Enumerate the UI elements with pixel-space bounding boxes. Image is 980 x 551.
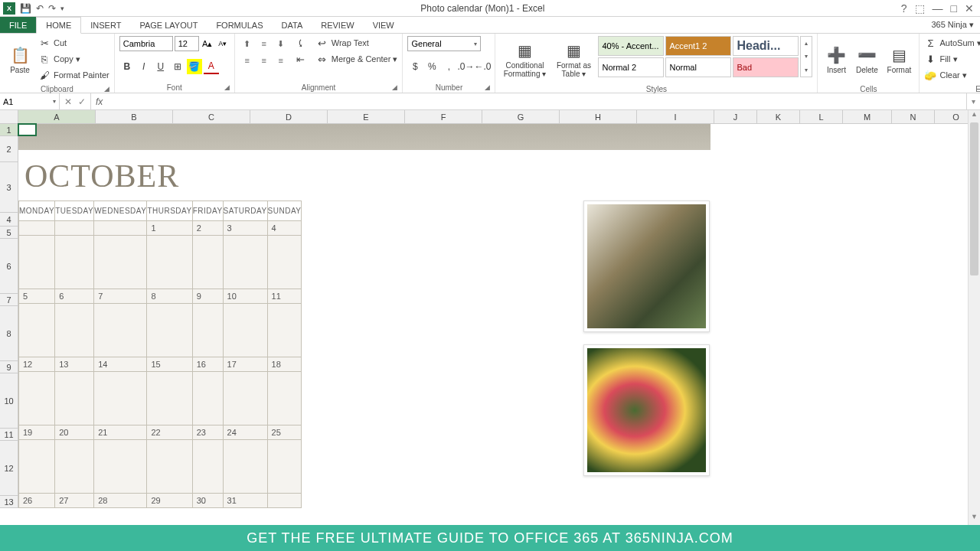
- calendar-date[interactable]: [94, 221, 147, 236]
- style-accent[interactable]: 40% - Accent...: [598, 36, 664, 56]
- photo-1[interactable]: [583, 201, 710, 332]
- calendar-cell[interactable]: [267, 440, 302, 494]
- inc-decimal-button[interactable]: .0→: [458, 59, 473, 74]
- copy-button[interactable]: ⎘Copy ▾: [38, 52, 109, 66]
- calendar-cell[interactable]: [223, 236, 267, 289]
- tab-insert[interactable]: INSERT: [81, 17, 130, 33]
- calendar-cell[interactable]: [147, 236, 192, 289]
- clipboard-launcher-icon[interactable]: ◢: [104, 85, 109, 93]
- calendar-cell[interactable]: [19, 304, 55, 357]
- calendar-date[interactable]: 28: [94, 494, 147, 508]
- alignment-launcher-icon[interactable]: ◢: [392, 83, 397, 91]
- calendar-date[interactable]: 29: [147, 494, 192, 508]
- calendar-date[interactable]: 11: [267, 289, 302, 304]
- calendar-date[interactable]: 26: [19, 494, 55, 508]
- calendar-date[interactable]: 13: [55, 357, 94, 372]
- cancel-formula-icon[interactable]: ✕: [64, 96, 72, 107]
- account-menu[interactable]: 365 Ninja ▾: [931, 17, 980, 33]
- calendar-cell[interactable]: [19, 236, 55, 289]
- style-normal[interactable]: Normal: [665, 57, 731, 77]
- align-left-icon[interactable]: ≡: [240, 53, 255, 68]
- calendar-date[interactable]: 20: [55, 425, 94, 440]
- dec-decimal-button[interactable]: ←.0: [475, 59, 490, 74]
- calendar-cell[interactable]: [19, 372, 55, 425]
- calendar-date[interactable]: [19, 221, 55, 236]
- fill-color-button[interactable]: 🪣: [187, 59, 202, 74]
- calendar-cell[interactable]: [94, 236, 147, 289]
- calendar-date[interactable]: 30: [192, 494, 223, 508]
- calendar-cell[interactable]: [55, 440, 94, 494]
- clear-button[interactable]: 🧽Clear ▾: [924, 68, 980, 82]
- calendar-date[interactable]: 3: [223, 221, 267, 236]
- font-size-input[interactable]: [175, 36, 199, 51]
- calendar-cell[interactable]: [55, 372, 94, 425]
- active-cell[interactable]: [18, 123, 37, 136]
- calendar-cell[interactable]: [223, 440, 267, 494]
- tab-file[interactable]: FILE: [0, 17, 36, 33]
- calendar-date[interactable]: 23: [192, 425, 223, 440]
- calendar-date[interactable]: 19: [19, 425, 55, 440]
- style-accent1-2[interactable]: Accent1 2: [665, 36, 731, 56]
- number-format-combo[interactable]: General▾: [407, 36, 481, 51]
- format-cells-button[interactable]: ▤Format: [884, 36, 914, 83]
- calendar-cell[interactable]: [55, 236, 94, 289]
- calendar-cell[interactable]: [147, 304, 192, 357]
- style-normal-2[interactable]: Normal 2: [598, 57, 664, 77]
- calendar-cell[interactable]: [267, 236, 302, 289]
- scroll-down-icon[interactable]: ▼: [969, 513, 980, 525]
- fill-button[interactable]: ⬇Fill ▾: [924, 52, 980, 66]
- align-middle-icon[interactable]: ≡: [256, 36, 272, 51]
- calendar-cell[interactable]: [192, 372, 223, 425]
- insert-cells-button[interactable]: ➕Insert: [822, 36, 850, 83]
- indent-dec-button[interactable]: ⇤: [295, 52, 307, 66]
- formula-input[interactable]: [107, 93, 966, 109]
- style-bad[interactable]: Bad: [733, 57, 799, 77]
- photo-placeholder-banner[interactable]: [18, 124, 710, 150]
- bold-button[interactable]: B: [119, 59, 135, 74]
- calendar-date[interactable]: 27: [55, 494, 94, 508]
- increase-font-icon[interactable]: A▴: [201, 36, 214, 51]
- calendar-date[interactable]: 12: [19, 357, 55, 372]
- decrease-font-icon[interactable]: A▾: [216, 36, 230, 51]
- calendar-date[interactable]: 5: [19, 289, 55, 304]
- border-button[interactable]: ⊞: [170, 59, 185, 74]
- ribbon-options-icon[interactable]: ⬚: [915, 2, 925, 15]
- calendar-date[interactable]: 15: [147, 357, 192, 372]
- calendar-date[interactable]: 16: [192, 357, 223, 372]
- tab-review[interactable]: REVIEW: [312, 17, 363, 33]
- minimize-icon[interactable]: —: [933, 2, 943, 15]
- calendar-cell[interactable]: [192, 440, 223, 494]
- calendar-cell[interactable]: [94, 372, 147, 425]
- expand-formula-bar-icon[interactable]: ▾: [966, 93, 980, 109]
- font-launcher-icon[interactable]: ◢: [224, 83, 230, 91]
- photo-2[interactable]: [583, 344, 710, 476]
- calendar-date[interactable]: 25: [267, 425, 302, 440]
- conditional-formatting-button[interactable]: ▦Conditional Formatting ▾: [500, 36, 549, 83]
- format-painter-button[interactable]: 🖌Format Painter: [38, 68, 109, 82]
- calendar-cell[interactable]: [147, 440, 192, 494]
- calendar-date[interactable]: [267, 494, 302, 508]
- tab-view[interactable]: VIEW: [364, 17, 403, 33]
- calendar-date[interactable]: 14: [94, 357, 147, 372]
- calendar-date[interactable]: 31: [223, 494, 267, 508]
- save-icon[interactable]: 💾: [20, 3, 31, 14]
- calendar-date[interactable]: 17: [223, 357, 267, 372]
- calendar-date[interactable]: 9: [192, 289, 223, 304]
- calendar-date[interactable]: 7: [94, 289, 147, 304]
- calendar-date[interactable]: 18: [267, 357, 302, 372]
- align-right-icon[interactable]: ≡: [273, 53, 289, 68]
- delete-cells-button[interactable]: ➖Delete: [853, 36, 880, 83]
- autosum-button[interactable]: ΣAutoSum ▾: [924, 36, 980, 50]
- calendar-date[interactable]: 1: [147, 221, 192, 236]
- name-box[interactable]: A1▾: [0, 93, 60, 109]
- underline-button[interactable]: U: [153, 59, 168, 74]
- number-launcher-icon[interactable]: ◢: [485, 83, 490, 91]
- calendar-cell[interactable]: [267, 372, 302, 425]
- orientation-button[interactable]: ⤹: [295, 36, 307, 50]
- calendar-cell[interactable]: [94, 440, 147, 494]
- vertical-scrollbar[interactable]: ▲ ▼: [968, 110, 980, 525]
- align-bottom-icon[interactable]: ⬇: [273, 36, 289, 51]
- wrap-text-button[interactable]: ↩Wrap Text: [316, 36, 398, 50]
- calendar-cell[interactable]: [223, 372, 267, 425]
- calendar-cell[interactable]: [192, 236, 223, 289]
